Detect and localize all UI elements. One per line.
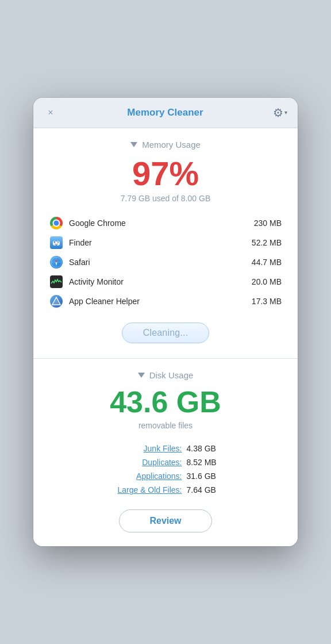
title-bar: × Memory Cleaner ⚙ ▾ — [33, 98, 298, 128]
chevron-down-icon: ▾ — [284, 109, 287, 116]
disk-section: Disk Usage 43.6 GB removable files Junk … — [33, 359, 298, 546]
collapse-triangle-icon[interactable] — [130, 142, 137, 147]
gear-icon: ⚙ — [273, 106, 283, 120]
app-name: Finder — [69, 238, 246, 247]
cleaning-button[interactable]: Cleaning... — [122, 323, 210, 343]
cleaning-button-wrap: Cleaning... — [49, 323, 282, 343]
disk-row: Applications: 31.6 GB — [49, 469, 282, 483]
review-button-wrap: Review — [49, 509, 282, 532]
disk-subtitle: removable files — [49, 421, 282, 430]
app-window: × Memory Cleaner ⚙ ▾ Memory Usage 97% 7.… — [33, 98, 298, 547]
app-row: App Cleaner Helper 17.3 MB — [49, 292, 282, 311]
large-old-files-link[interactable]: Large & Old Files: — [107, 485, 182, 494]
duplicates-value: 8.52 MB — [187, 458, 224, 467]
app-memory: 52.2 MB — [252, 238, 282, 247]
disk-section-header: Disk Usage — [49, 370, 282, 380]
close-button[interactable]: × — [44, 106, 57, 120]
finder-icon — [49, 236, 63, 250]
disk-breakdown: Junk Files: 4.38 GB Duplicates: 8.52 MB … — [49, 442, 282, 497]
memory-section-header: Memory Usage — [49, 140, 282, 150]
safari-icon — [49, 255, 63, 269]
app-memory: 230 MB — [254, 218, 282, 228]
junk-files-link[interactable]: Junk Files: — [107, 444, 182, 453]
app-row: Google Chrome 230 MB — [49, 213, 282, 233]
disk-section-title: Disk Usage — [149, 370, 194, 380]
activity-monitor-icon — [49, 275, 63, 289]
svg-point-4 — [54, 241, 55, 243]
app-row: Activity Monitor 20.0 MB — [49, 272, 282, 292]
collapse-triangle-icon[interactable] — [138, 373, 145, 378]
app-row: Finder 52.2 MB — [49, 233, 282, 252]
large-old-files-value: 7.64 GB — [187, 485, 224, 494]
app-memory: 20.0 MB — [252, 277, 282, 286]
app-name: App Cleaner Helper — [69, 297, 246, 306]
junk-files-value: 4.38 GB — [187, 444, 224, 453]
app-name: Google Chrome — [69, 218, 248, 228]
duplicates-link[interactable]: Duplicates: — [107, 458, 182, 467]
chrome-icon — [49, 216, 63, 230]
app-cleaner-icon — [49, 294, 63, 308]
svg-point-5 — [57, 241, 59, 243]
app-list: Google Chrome 230 MB — [49, 213, 282, 311]
memory-used-detail: 7.79 GB used of 8.00 GB — [49, 194, 282, 203]
app-memory: 17.3 MB — [252, 297, 282, 306]
applications-link[interactable]: Applications: — [107, 471, 182, 481]
memory-section: Memory Usage 97% 7.79 GB used of 8.00 GB… — [33, 128, 298, 359]
disk-row: Junk Files: 4.38 GB — [49, 442, 282, 455]
app-row: Safari 44.7 MB — [49, 252, 282, 272]
settings-button[interactable]: ⚙ ▾ — [273, 106, 287, 120]
disk-row: Large & Old Files: 7.64 GB — [49, 483, 282, 497]
disk-total: 43.6 GB — [49, 386, 282, 419]
disk-row: Duplicates: 8.52 MB — [49, 455, 282, 469]
window-title: Memory Cleaner — [57, 107, 273, 118]
review-button[interactable]: Review — [119, 509, 211, 532]
memory-section-title: Memory Usage — [142, 140, 201, 150]
app-memory: 44.7 MB — [252, 258, 282, 267]
applications-value: 31.6 GB — [187, 471, 224, 481]
memory-percent: 97% — [49, 155, 282, 192]
app-name: Safari — [69, 258, 246, 267]
app-name: Activity Monitor — [69, 277, 246, 286]
